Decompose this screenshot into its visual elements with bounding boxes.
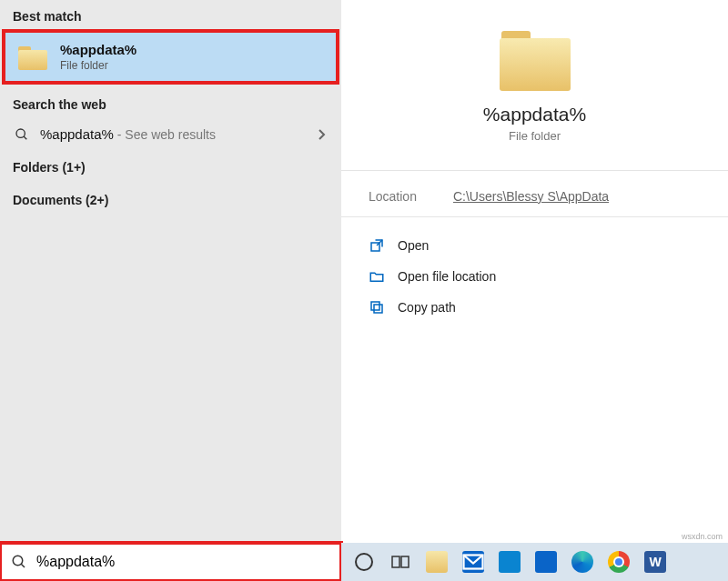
best-match-subtitle: File folder	[60, 59, 136, 72]
documents-category[interactable]: Documents (2+)	[0, 184, 341, 216]
preview-panel: %appdata% File folder Location C:\Users\…	[341, 0, 728, 543]
action-open-location[interactable]: Open file location	[359, 261, 710, 292]
svg-rect-10	[401, 556, 409, 567]
search-web-header: Search the web	[0, 88, 341, 117]
action-open-location-label: Open file location	[398, 269, 496, 284]
best-match-title: %appdata%	[60, 42, 136, 57]
taskbar: W	[341, 543, 728, 581]
search-icon	[15, 127, 29, 142]
chevron-right-icon	[318, 128, 327, 141]
cortana-icon[interactable]	[347, 545, 381, 579]
preview-subtitle: File folder	[341, 129, 728, 143]
mail-icon[interactable]	[456, 545, 490, 579]
folder-open-icon	[369, 268, 385, 285]
web-result-item[interactable]: %appdata% - See web results	[0, 117, 341, 151]
svg-point-0	[16, 129, 25, 137]
search-bar[interactable]	[0, 543, 341, 581]
location-row: Location C:\Users\Blessy S\AppData	[341, 170, 728, 216]
search-results-panel: Best match %appdata% File folder Search …	[0, 0, 341, 543]
folder-icon-large	[500, 31, 571, 91]
open-icon	[369, 237, 385, 254]
svg-rect-9	[392, 556, 399, 567]
svg-line-7	[21, 564, 25, 567]
best-match-header: Best match	[0, 0, 341, 29]
preview-title: %appdata%	[341, 104, 728, 125]
action-copy-path-label: Copy path	[398, 300, 456, 315]
web-result-text: %appdata% - See web results	[40, 126, 307, 142]
chrome-icon[interactable]	[602, 545, 636, 579]
app-icon-blue[interactable]	[529, 545, 563, 579]
word-icon[interactable]: W	[638, 545, 672, 579]
search-input[interactable]	[36, 554, 330, 570]
store-icon[interactable]	[492, 545, 527, 579]
action-open[interactable]: Open	[359, 230, 710, 261]
watermark: wsxdn.com	[682, 532, 723, 541]
search-icon	[11, 554, 27, 570]
location-value[interactable]: C:\Users\Blessy S\AppData	[453, 189, 609, 204]
location-label: Location	[369, 189, 417, 204]
svg-point-6	[13, 556, 23, 566]
task-view-icon[interactable]	[383, 545, 418, 579]
action-copy-path[interactable]: Copy path	[359, 292, 710, 323]
svg-line-1	[24, 136, 26, 139]
svg-rect-5	[371, 302, 379, 310]
folders-category[interactable]: Folders (1+)	[0, 151, 341, 184]
actions-list: Open Open file location Copy path	[341, 216, 728, 336]
svg-rect-4	[374, 305, 382, 313]
best-match-item[interactable]: %appdata% File folder	[4, 31, 338, 83]
file-explorer-icon[interactable]	[420, 545, 454, 579]
folder-icon	[18, 45, 47, 70]
svg-point-8	[356, 554, 372, 570]
edge-icon[interactable]	[565, 545, 600, 579]
copy-icon	[369, 299, 385, 316]
action-open-label: Open	[398, 238, 429, 253]
